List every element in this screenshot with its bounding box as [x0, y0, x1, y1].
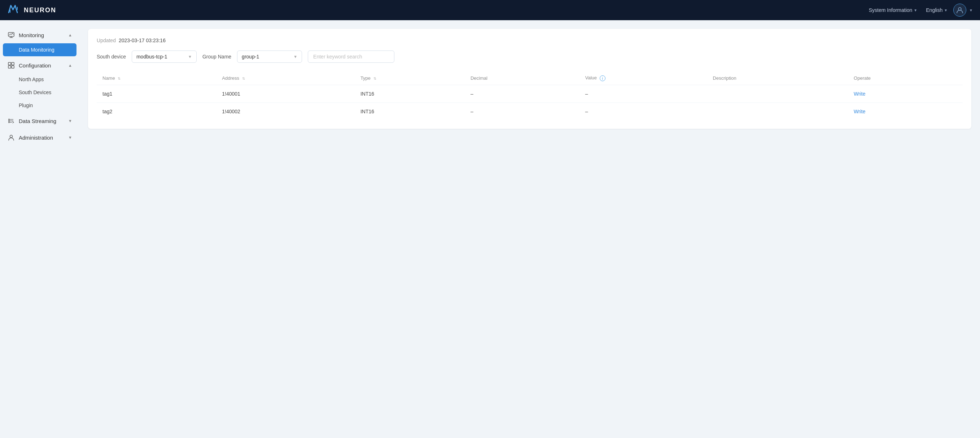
cell-value: –: [579, 102, 707, 120]
avatar-chevron-icon: ▼: [969, 8, 973, 12]
svg-point-16: [10, 135, 13, 138]
data-streaming-section: Data Streaming ▼: [0, 113, 80, 129]
cell-decimal: –: [465, 85, 579, 102]
data-streaming-chevron-icon: ▼: [68, 119, 72, 123]
table-row: tag2 1!40002 INT16 – – Write: [97, 102, 963, 120]
value-info-icon[interactable]: i: [600, 75, 606, 81]
svg-rect-8: [8, 66, 11, 68]
col-type[interactable]: Type ⇅: [355, 72, 465, 85]
main-content: Updated 2023-03-17 03:23:16 South device…: [80, 20, 980, 438]
monitoring-chevron-icon: ▲: [68, 33, 72, 37]
cell-description: [707, 85, 848, 102]
col-address[interactable]: Address ⇅: [216, 72, 355, 85]
system-info-menu[interactable]: System Information ▼: [866, 6, 921, 14]
updated-value: 2023-03-17 03:23:16: [119, 38, 165, 43]
group-name-select-value: group-1: [242, 54, 291, 59]
name-sort-icon: ⇅: [118, 76, 121, 80]
configuration-section: Configuration ▲ North Apps South Devices…: [0, 58, 80, 112]
south-devices-label: South Devices: [19, 89, 51, 95]
cell-name: tag1: [97, 85, 216, 102]
svg-rect-6: [8, 62, 11, 65]
cell-type: INT16: [355, 85, 465, 102]
svg-rect-7: [11, 62, 14, 65]
cell-value: –: [579, 85, 707, 102]
system-info-chevron-icon: ▼: [913, 8, 917, 12]
south-device-select-value: modbus-tcp-1: [137, 54, 186, 59]
updated-label: Updated: [97, 38, 116, 43]
write-button[interactable]: Write: [854, 108, 865, 115]
administration-label: Administration: [19, 135, 53, 141]
filter-row: South device modbus-tcp-1 ▼ Group Name g…: [97, 51, 963, 63]
type-sort-icon: ⇅: [374, 76, 376, 80]
language-menu[interactable]: English ▼: [923, 6, 950, 14]
configuration-icon: [7, 61, 15, 69]
svg-point-10: [9, 119, 10, 120]
system-info-label: System Information: [869, 7, 913, 13]
col-decimal: Decimal: [465, 72, 579, 85]
cell-operate: Write: [848, 102, 963, 120]
north-apps-label: North Apps: [19, 76, 44, 82]
administration-icon: [7, 134, 15, 142]
data-streaming-header[interactable]: Data Streaming ▼: [0, 113, 80, 129]
group-name-select[interactable]: group-1 ▼: [237, 51, 302, 63]
svg-point-12: [9, 122, 10, 123]
logo-text: NEURON: [24, 6, 56, 14]
sidebar-item-data-monitoring[interactable]: Data Monitoring: [3, 43, 76, 56]
cell-type: INT16: [355, 102, 465, 120]
logo-icon: [7, 3, 20, 18]
cell-decimal: –: [465, 102, 579, 120]
topnav: NEURON System Information ▼ English ▼ ▼: [0, 0, 980, 20]
svg-point-11: [9, 121, 10, 122]
cell-address: 1!40002: [216, 102, 355, 120]
cell-description: [707, 102, 848, 120]
south-device-label: South device: [97, 54, 126, 59]
language-chevron-icon: ▼: [944, 8, 948, 12]
col-value: Value i: [579, 72, 707, 85]
topnav-right: System Information ▼ English ▼ ▼: [866, 3, 973, 17]
sidebar-item-north-apps[interactable]: North Apps: [0, 73, 80, 86]
monitoring-header[interactable]: Monitoring ▲: [0, 27, 80, 43]
monitoring-section: Monitoring ▲ Data Monitoring: [0, 27, 80, 56]
data-streaming-icon: [7, 117, 15, 125]
write-button[interactable]: Write: [854, 91, 865, 97]
table-row: tag1 1!40001 INT16 – – Write: [97, 85, 963, 102]
administration-section: Administration ▼: [0, 130, 80, 145]
keyword-search-input[interactable]: [308, 51, 395, 63]
svg-rect-9: [11, 66, 14, 68]
south-device-select[interactable]: modbus-tcp-1 ▼: [132, 51, 197, 63]
monitoring-label: Monitoring: [19, 32, 44, 38]
group-name-label: Group Name: [202, 54, 231, 59]
col-name[interactable]: Name ⇅: [97, 72, 216, 85]
data-table: Name ⇅ Address ⇅ Type ⇅ Decimal: [97, 72, 963, 120]
col-operate: Operate: [848, 72, 963, 85]
south-device-chevron-icon: ▼: [188, 54, 192, 59]
cell-operate: Write: [848, 85, 963, 102]
language-label: English: [926, 7, 942, 13]
data-streaming-label: Data Streaming: [19, 118, 56, 124]
administration-header[interactable]: Administration ▼: [0, 130, 80, 145]
group-name-chevron-icon: ▼: [293, 54, 298, 59]
address-sort-icon: ⇅: [242, 76, 245, 80]
user-avatar[interactable]: [953, 3, 966, 17]
data-monitoring-label: Data Monitoring: [19, 47, 54, 53]
configuration-label: Configuration: [19, 62, 51, 68]
updated-row: Updated 2023-03-17 03:23:16: [97, 38, 963, 43]
configuration-header[interactable]: Configuration ▲: [0, 58, 80, 73]
sidebar-item-plugin[interactable]: Plugin: [0, 99, 80, 112]
logo[interactable]: NEURON: [7, 3, 56, 18]
plugin-label: Plugin: [19, 102, 33, 108]
data-monitoring-card: Updated 2023-03-17 03:23:16 South device…: [88, 29, 971, 129]
col-description: Description: [707, 72, 848, 85]
administration-chevron-icon: ▼: [68, 135, 72, 140]
sidebar-item-south-devices[interactable]: South Devices: [0, 86, 80, 99]
sidebar: Monitoring ▲ Data Monitoring Configurati: [0, 20, 80, 438]
cell-address: 1!40001: [216, 85, 355, 102]
monitoring-icon: [7, 31, 15, 39]
cell-name: tag2: [97, 102, 216, 120]
configuration-chevron-icon: ▲: [68, 63, 72, 67]
